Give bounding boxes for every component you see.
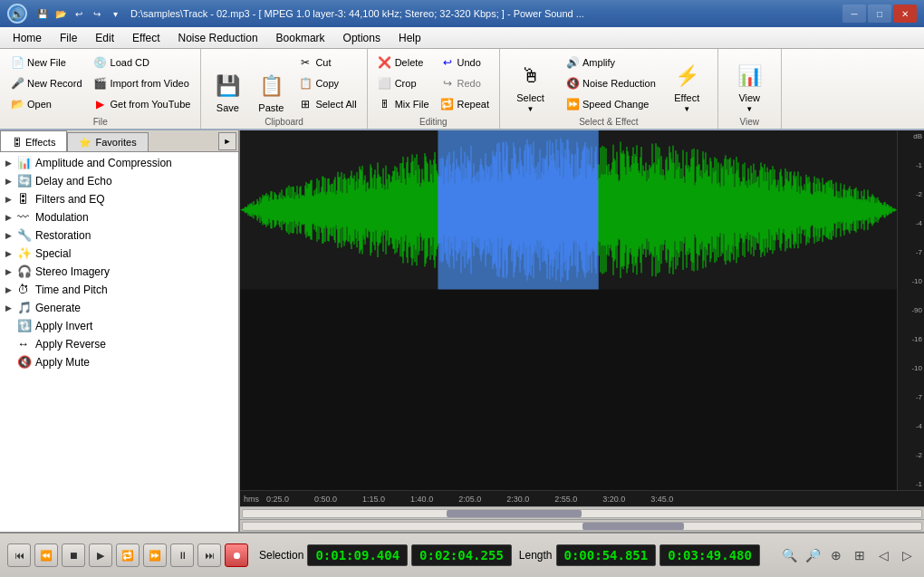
delete-button[interactable]: ❌ Delete	[373, 53, 434, 72]
quick-redo-btn[interactable]: ↪	[89, 5, 105, 22]
speed-change-button[interactable]: ⏩ Speed Change	[561, 94, 660, 114]
view-button[interactable]: 📊 View ▼	[728, 53, 770, 116]
skip-start-button[interactable]: ⏮	[7, 543, 31, 567]
play-button[interactable]: ▶	[89, 543, 112, 567]
zoom-prev-button[interactable]: ◁	[873, 545, 893, 565]
time-label-320: 3:20.0	[602, 495, 625, 504]
new-file-button[interactable]: 📄 New File	[5, 53, 87, 72]
scrollbar-track-1[interactable]	[242, 509, 922, 518]
repeat-button[interactable]: 🔁 Repeat	[436, 94, 494, 114]
load-cd-icon: 💿	[93, 55, 108, 70]
loop-button[interactable]: 🔁	[116, 543, 140, 567]
effect-item-stereo[interactable]: ▶ 🎧 Stereo Imagery	[0, 263, 238, 281]
waveform-display[interactable]: dB -1 -2 -4 -7 -10 -90 -16 -10 -7 -4 -2 …	[240, 130, 924, 490]
load-cd-button[interactable]: 💿 Load CD	[89, 53, 196, 72]
waveform-container[interactable]: dB -1 -2 -4 -7 -10 -90 -16 -10 -7 -4 -2 …	[240, 130, 924, 532]
menu-edit[interactable]: Edit	[86, 30, 123, 46]
scrollbar-track-2[interactable]	[242, 522, 922, 531]
save-button[interactable]: 💾 Save	[207, 53, 248, 116]
expand-filters[interactable]: ▶	[4, 193, 14, 206]
generate-label: Generate	[35, 302, 81, 314]
quick-save-btn[interactable]: 💾	[34, 5, 51, 22]
zoom-fit-button[interactable]: ⊕	[826, 545, 846, 565]
selection-label: Selection	[259, 549, 303, 562]
maximize-button[interactable]: □	[868, 5, 891, 23]
quick-menu-btn[interactable]: ▾	[107, 5, 123, 22]
ribbon-group-select-effect: 🖱 Select ▼ 🔊 Amplify 🔇 Noise Reduction ⏩…	[500, 49, 718, 129]
minimize-button[interactable]: ─	[842, 5, 866, 23]
delay-icon: 🔄	[17, 174, 32, 188]
open-button[interactable]: 📂 Open	[5, 94, 87, 114]
amplitude-label: Amplitude and Compression	[35, 157, 172, 169]
effect-item-modulation[interactable]: ▶ 〰 Modulation	[0, 208, 238, 226]
mix-file-button[interactable]: 🎚 Mix File	[373, 94, 434, 114]
stop-button[interactable]: ⏹	[62, 543, 85, 567]
menu-file[interactable]: File	[51, 30, 86, 46]
menu-options[interactable]: Options	[334, 30, 390, 46]
cut-button[interactable]: ✂ Cut	[294, 53, 361, 72]
menu-noise-reduction[interactable]: Noise Reduction	[169, 30, 267, 46]
forward-button[interactable]: ⏩	[143, 543, 167, 567]
effect-item-mute[interactable]: ▶ 🔇 Apply Mute	[0, 353, 238, 371]
pause-button[interactable]: ⏸	[170, 543, 194, 567]
expand-delay[interactable]: ▶	[4, 175, 14, 188]
expand-timepitch[interactable]: ▶	[4, 284, 14, 296]
tab-effects[interactable]: 🎛 Effects	[0, 130, 67, 151]
zoom-next-button[interactable]: ▷	[897, 545, 917, 565]
effect-item-delay[interactable]: ▶ 🔄 Delay and Echo	[0, 172, 238, 190]
window-title: D:\samples\Track - 02.mp3 - [ MPEG 1.0 l…	[130, 8, 842, 19]
stereo-icon: 🎧	[17, 264, 32, 279]
new-record-button[interactable]: 🎤 New Record	[5, 73, 87, 93]
effect-item-amplitude[interactable]: ▶ 📊 Amplitude and Compression	[0, 154, 238, 172]
quick-undo-btn[interactable]: ↩	[71, 5, 87, 22]
effect-item-reverse[interactable]: ▶ ↔ Apply Reverse	[0, 335, 238, 353]
menu-home[interactable]: Home	[4, 30, 51, 46]
waveform-canvas[interactable]	[240, 130, 897, 448]
effect-button[interactable]: ⚡ Effect ▼	[662, 53, 712, 116]
expand-special[interactable]: ▶	[4, 247, 14, 260]
skip-end-button[interactable]: ⏭	[197, 543, 221, 567]
copy-button[interactable]: 📋 Copy	[294, 73, 361, 93]
close-button[interactable]: ✕	[893, 5, 917, 23]
record-button[interactable]: ⏺	[225, 543, 248, 567]
crop-button[interactable]: ⬜ Crop	[373, 73, 434, 93]
menu-effect[interactable]: Effect	[123, 30, 168, 46]
effect-item-filters[interactable]: ▶ 🎛 Filters and EQ	[0, 190, 238, 208]
scrollbar-thumb-1[interactable]	[447, 510, 582, 517]
menu-bookmark[interactable]: Bookmark	[267, 30, 334, 46]
expand-amplitude[interactable]: ▶	[4, 157, 14, 169]
modulation-label: Modulation	[35, 211, 89, 224]
effects-nav-button[interactable]: ►	[218, 132, 236, 150]
horizontal-scrollbar-1[interactable]	[240, 506, 924, 519]
expand-modulation[interactable]: ▶	[4, 211, 14, 224]
effect-item-invert[interactable]: ▶ 🔃 Apply Invert	[0, 317, 238, 335]
select-button[interactable]: 🖱 Select ▼	[505, 53, 555, 116]
paste-button[interactable]: 📋 Paste	[250, 53, 292, 116]
undo-button[interactable]: ↩ Undo	[436, 53, 494, 72]
effect-item-special[interactable]: ▶ ✨ Special	[0, 245, 238, 263]
get-youtube-button[interactable]: ▶ Get from YouTube	[89, 94, 196, 114]
quick-open-btn[interactable]: 📂	[53, 5, 69, 22]
expand-stereo[interactable]: ▶	[4, 265, 14, 278]
rewind-button[interactable]: ⏪	[34, 543, 58, 567]
menu-help[interactable]: Help	[390, 30, 430, 46]
zoom-out-button[interactable]: 🔎	[803, 545, 823, 565]
quick-access-toolbar: 💾 📂 ↩ ↪ ▾	[34, 5, 123, 22]
effect-item-timepitch[interactable]: ▶ ⏱ Time and Pitch	[0, 281, 238, 299]
noise-reduction-button[interactable]: 🔇 Noise Reduction	[561, 73, 660, 93]
select-all-button[interactable]: ⊞ Select All	[294, 94, 361, 114]
zoom-in-button[interactable]: 🔍	[779, 545, 799, 565]
effect-item-generate[interactable]: ▶ 🎵 Generate	[0, 299, 238, 317]
expand-restoration[interactable]: ▶	[4, 229, 14, 242]
expand-generate[interactable]: ▶	[4, 302, 14, 314]
transport-toolbar: ⏮ ⏪ ⏹ ▶ 🔁 ⏩ ⏸ ⏭ ⏺ Selection 0:01:09.404 …	[0, 532, 924, 577]
cut-icon: ✂	[298, 55, 313, 70]
redo-button[interactable]: ↪ Redo	[436, 73, 494, 93]
horizontal-scrollbar-2[interactable]	[240, 519, 924, 532]
import-video-button[interactable]: 🎬 Import from Video	[89, 73, 196, 93]
effect-item-restoration[interactable]: ▶ 🔧 Restoration	[0, 226, 238, 245]
scrollbar-thumb-2[interactable]	[582, 523, 684, 530]
zoom-selection-button[interactable]: ⊞	[850, 545, 870, 565]
amplify-button[interactable]: 🔊 Amplify	[561, 53, 660, 72]
tab-favorites[interactable]: ⭐ Favorites	[67, 132, 148, 151]
